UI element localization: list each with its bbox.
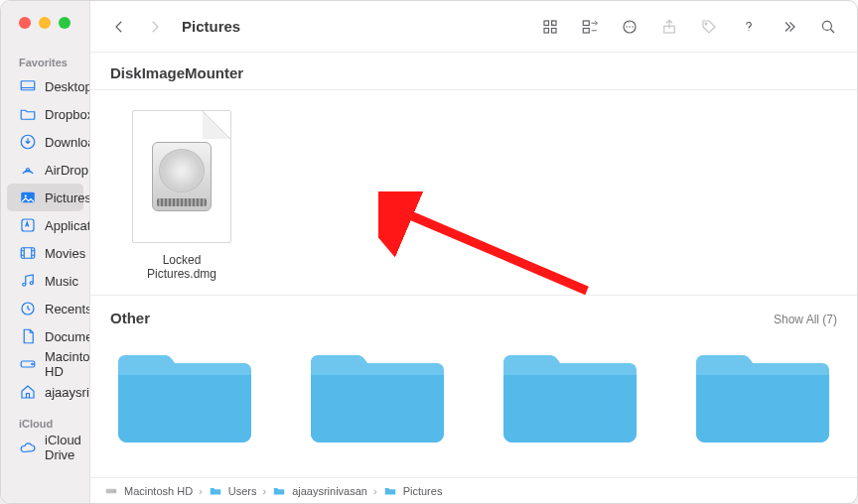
documents-icon bbox=[19, 327, 37, 345]
downloads-icon bbox=[19, 133, 37, 151]
folder-icon bbox=[496, 340, 644, 449]
svg-rect-14 bbox=[544, 28, 549, 33]
tags-button[interactable] bbox=[696, 14, 722, 40]
chevron-right-icon: › bbox=[373, 485, 377, 497]
sidebar-item-home[interactable]: ajaaysrinivasan bbox=[1, 378, 89, 406]
sidebar-label: Macintosh HD bbox=[45, 349, 90, 379]
file-item-locked-pictures-dmg[interactable]: Locked Pictures.dmg bbox=[126, 110, 237, 281]
sidebar-group-icloud: iCloud bbox=[1, 414, 89, 434]
svg-point-8 bbox=[30, 282, 33, 285]
close-button[interactable] bbox=[19, 17, 31, 29]
action-menu-button[interactable] bbox=[617, 14, 643, 40]
section-heading-other: Other bbox=[110, 310, 150, 326]
airdrop-icon bbox=[19, 161, 37, 179]
sidebar-label: Pictures bbox=[45, 190, 90, 205]
svg-point-11 bbox=[32, 363, 34, 365]
recents-icon bbox=[19, 300, 37, 317]
path-segment[interactable]: Users bbox=[228, 485, 257, 497]
svg-point-24 bbox=[748, 30, 749, 31]
help-button[interactable] bbox=[736, 14, 762, 40]
section-heading-diskimagemounter: DiskImageMounter bbox=[90, 53, 857, 90]
sidebar-item-music[interactable]: Music bbox=[1, 267, 89, 295]
svg-rect-15 bbox=[552, 28, 557, 33]
svg-rect-12 bbox=[544, 21, 549, 26]
applications-icon bbox=[19, 216, 37, 234]
chevron-right-icon: › bbox=[199, 485, 203, 497]
svg-point-19 bbox=[626, 26, 628, 28]
window-title: Pictures bbox=[182, 18, 240, 35]
minimize-button[interactable] bbox=[39, 17, 51, 29]
path-segment[interactable]: Pictures bbox=[403, 485, 443, 497]
folder-icon bbox=[272, 484, 286, 498]
svg-rect-0 bbox=[21, 81, 35, 90]
svg-point-28 bbox=[114, 490, 115, 491]
sidebar-item-macintosh-hd[interactable]: Macintosh HD bbox=[1, 350, 89, 378]
sidebar-item-dropbox[interactable]: Dropbox bbox=[1, 100, 89, 128]
search-button[interactable] bbox=[815, 14, 841, 40]
sidebar-item-applications[interactable]: Applications bbox=[1, 211, 89, 239]
view-mode-button[interactable] bbox=[537, 14, 563, 40]
path-segment[interactable]: Macintosh HD bbox=[124, 485, 193, 497]
sidebar-label: ajaaysrinivasan bbox=[45, 385, 90, 400]
file-name-label: Locked Pictures.dmg bbox=[126, 253, 237, 281]
sidebar-item-airdrop[interactable]: AirDrop bbox=[1, 156, 89, 184]
window-controls bbox=[19, 17, 71, 29]
overflow-button[interactable] bbox=[776, 14, 801, 40]
desktop-icon bbox=[19, 77, 37, 95]
folder-item[interactable] bbox=[303, 340, 452, 449]
sidebar-label: Dropbox bbox=[45, 107, 90, 122]
sidebar-label: AirDrop bbox=[45, 163, 88, 178]
svg-point-21 bbox=[632, 26, 634, 28]
sidebar-label: iCloud Drive bbox=[45, 433, 81, 462]
group-by-button[interactable] bbox=[577, 14, 603, 40]
sidebar-item-downloads[interactable]: Downloads bbox=[1, 128, 89, 156]
folder-icon bbox=[209, 484, 222, 498]
path-segment[interactable]: ajaaysrinivasan bbox=[292, 485, 367, 497]
folder-icon bbox=[110, 340, 259, 449]
sidebar-item-desktop[interactable]: Desktop bbox=[1, 72, 89, 100]
svg-point-25 bbox=[822, 21, 831, 30]
show-all-button[interactable]: Show All (7) bbox=[774, 313, 837, 326]
content-pane: Pictures DiskImageMounter Locked Picture… bbox=[90, 1, 857, 503]
movies-icon bbox=[19, 244, 37, 262]
sidebar-label: Recents bbox=[45, 302, 90, 316]
finder-window: Favorites Desktop Dropbox Downloads AirD… bbox=[0, 0, 858, 504]
svg-point-23 bbox=[705, 23, 707, 25]
sidebar-label: Desktop bbox=[45, 79, 90, 94]
sidebar-item-icloud-drive[interactable]: iCloud Drive bbox=[1, 434, 89, 461]
sidebar-item-pictures[interactable]: Pictures bbox=[7, 184, 83, 211]
sidebar-item-recents[interactable]: Recents bbox=[1, 295, 89, 322]
svg-point-7 bbox=[23, 283, 26, 286]
sidebar: Favorites Desktop Dropbox Downloads AirD… bbox=[1, 1, 90, 503]
folder-item[interactable] bbox=[110, 340, 259, 449]
content-area[interactable]: DiskImageMounter Locked Pictures.dmg Oth… bbox=[90, 53, 857, 477]
forward-button[interactable] bbox=[142, 14, 168, 40]
share-button[interactable] bbox=[656, 14, 682, 40]
folder-icon bbox=[688, 340, 837, 449]
svg-rect-17 bbox=[583, 28, 589, 33]
sidebar-item-documents[interactable]: Documents bbox=[1, 322, 89, 350]
folder-icon bbox=[19, 105, 37, 123]
dmg-file-icon bbox=[132, 110, 231, 243]
sidebar-item-movies[interactable]: Movies bbox=[1, 239, 89, 267]
path-bar: Macintosh HD › Users › ajaaysrinivasan ›… bbox=[90, 477, 857, 503]
sidebar-label: Downloads bbox=[45, 135, 90, 150]
sidebar-group-favorites: Favorites bbox=[1, 53, 89, 72]
sidebar-label: Music bbox=[45, 274, 78, 289]
svg-rect-16 bbox=[583, 21, 589, 26]
cloud-icon bbox=[19, 439, 37, 456]
svg-point-4 bbox=[25, 194, 27, 196]
music-icon bbox=[19, 272, 37, 290]
folder-icon bbox=[383, 484, 397, 498]
disk-icon bbox=[19, 355, 37, 373]
folder-item[interactable] bbox=[688, 340, 837, 449]
svg-point-20 bbox=[629, 26, 631, 28]
folder-item[interactable] bbox=[496, 340, 644, 449]
sidebar-label: Movies bbox=[45, 246, 85, 261]
fullscreen-button[interactable] bbox=[59, 17, 71, 29]
disk-icon bbox=[104, 484, 118, 498]
home-icon bbox=[19, 383, 37, 401]
back-button[interactable] bbox=[106, 14, 132, 40]
sidebar-label: Applications bbox=[45, 218, 90, 233]
toolbar: Pictures bbox=[90, 1, 857, 53]
